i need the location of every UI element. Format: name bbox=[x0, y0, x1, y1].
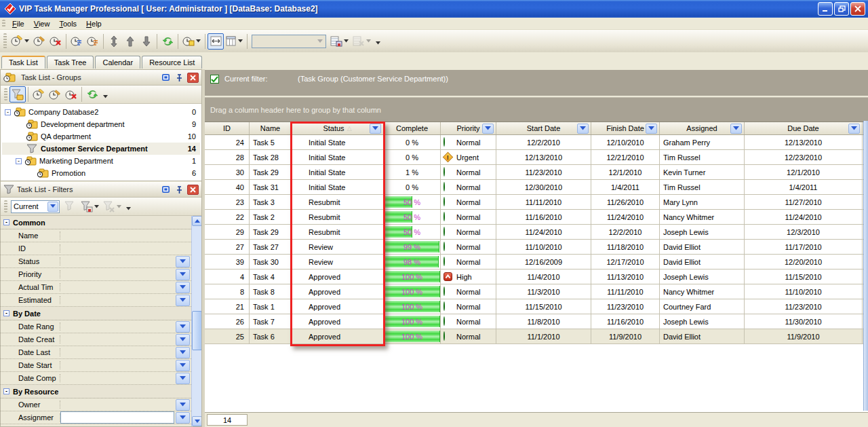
groups-toolbar-grip[interactable] bbox=[4, 88, 7, 100]
filter-row[interactable]: Date Creat bbox=[1, 333, 191, 346]
section-collapse-icon[interactable]: - bbox=[3, 388, 9, 394]
tree-item[interactable]: QA department10 bbox=[2, 130, 200, 143]
menu-grip[interactable] bbox=[2, 20, 5, 28]
filters-pin-icon[interactable] bbox=[174, 185, 185, 195]
menu-item-tools[interactable]: Tools bbox=[54, 18, 81, 29]
chevron-down-icon[interactable] bbox=[176, 256, 190, 267]
delete-group-button[interactable] bbox=[63, 86, 79, 103]
toolbar-overflow-icon[interactable] bbox=[376, 41, 380, 45]
edit-group-button[interactable] bbox=[47, 86, 63, 103]
table-row[interactable]: 39Task 30Review98 %Normal12/16/200912/17… bbox=[205, 255, 868, 270]
tab-task-list[interactable]: Task List bbox=[1, 56, 45, 69]
chevron-down-icon[interactable] bbox=[176, 334, 190, 346]
table-row[interactable]: 25Task 6Approved100 %Normal11/1/201011/9… bbox=[205, 329, 868, 344]
filter-row[interactable]: Owner bbox=[1, 398, 191, 411]
column-filter-chevron-icon[interactable] bbox=[482, 124, 494, 134]
save-layout-button[interactable] bbox=[328, 33, 351, 50]
column-header-start[interactable]: Start Date bbox=[496, 122, 591, 134]
tree-item[interactable]: -Company Database20 bbox=[2, 106, 200, 118]
section-collapse-icon[interactable]: - bbox=[3, 219, 9, 225]
chevron-down-icon[interactable] bbox=[176, 269, 190, 280]
filter-field-value[interactable] bbox=[60, 320, 174, 333]
apply-filter-button[interactable] bbox=[62, 198, 79, 215]
new-group-button[interactable] bbox=[31, 86, 47, 103]
view-options-button[interactable] bbox=[180, 33, 203, 50]
section-collapse-icon[interactable]: - bbox=[3, 310, 9, 316]
minimize-button[interactable] bbox=[818, 2, 833, 16]
filter-field-value[interactable] bbox=[60, 372, 174, 384]
group-by-drop-zone[interactable]: Drag a column header here to group by th… bbox=[205, 97, 868, 122]
chevron-down-icon[interactable] bbox=[176, 399, 190, 411]
refresh-button[interactable] bbox=[159, 33, 176, 50]
filter-field-value[interactable] bbox=[60, 346, 174, 358]
chevron-down-icon[interactable] bbox=[176, 412, 190, 424]
delete-task-button[interactable] bbox=[47, 33, 64, 50]
chevron-down-icon[interactable] bbox=[176, 347, 190, 358]
filter-field-value[interactable] bbox=[60, 333, 174, 346]
column-header-priority[interactable]: Priority bbox=[441, 122, 496, 134]
filter-field-value[interactable] bbox=[60, 398, 174, 411]
column-filter-chevron-icon[interactable] bbox=[646, 124, 657, 134]
menu-item-help[interactable]: Help bbox=[81, 18, 106, 29]
close-button[interactable] bbox=[850, 2, 865, 16]
tree-item[interactable]: -Marketing Department1 bbox=[2, 155, 200, 167]
table-row[interactable]: 28Task 28Initial State0 %!Urgent12/13/20… bbox=[205, 150, 868, 165]
chevron-down-icon[interactable] bbox=[176, 282, 190, 293]
save-filter-button[interactable] bbox=[79, 198, 101, 215]
filter-row[interactable]: Date Comp bbox=[1, 372, 191, 385]
task-notes-button[interactable] bbox=[68, 33, 85, 50]
chevron-down-icon[interactable] bbox=[176, 373, 190, 384]
filters-toolbar-grip[interactable] bbox=[4, 200, 7, 212]
scroll-up-icon[interactable] bbox=[192, 216, 201, 226]
table-row[interactable]: 30Task 29Initial State1 %Normal11/23/201… bbox=[205, 165, 868, 180]
tree-item[interactable]: Development department9 bbox=[2, 118, 200, 130]
filter-enabled-checkbox[interactable] bbox=[210, 75, 219, 83]
column-header-id[interactable]: ID bbox=[205, 122, 250, 134]
menu-item-file[interactable]: File bbox=[7, 18, 29, 29]
table-row[interactable]: 24Task 5Initial State0 %Normal12/2/20101… bbox=[205, 135, 868, 150]
filter-section-common[interactable]: -Common bbox=[1, 216, 191, 229]
filter-row[interactable]: Date Rang bbox=[1, 320, 191, 333]
column-header-assigned[interactable]: Assigned bbox=[660, 122, 745, 134]
chevron-down-icon[interactable] bbox=[176, 321, 190, 333]
table-row[interactable]: 26Task 7Approved100 %Normal11/8/201011/1… bbox=[205, 314, 868, 329]
table-row[interactable]: 23Task 3Resubmit50 %Normal11/11/201011/2… bbox=[205, 195, 868, 210]
move-up-button[interactable] bbox=[122, 33, 138, 50]
tab-calendar[interactable]: Calendar bbox=[95, 56, 140, 69]
filters-overflow-icon[interactable] bbox=[126, 207, 131, 210]
column-filter-chevron-icon[interactable] bbox=[848, 124, 860, 134]
filter-row[interactable]: Name bbox=[1, 229, 191, 242]
filter-row[interactable]: Priority bbox=[1, 268, 191, 281]
tab-resource-list[interactable]: Resource List bbox=[142, 56, 202, 69]
table-row[interactable]: 8Task 8Approved100 %Normal11/3/201011/11… bbox=[205, 284, 868, 299]
scroll-down-icon[interactable] bbox=[192, 416, 201, 426]
filter-field-value[interactable] bbox=[60, 255, 174, 267]
column-filter-chevron-icon[interactable] bbox=[577, 124, 589, 134]
filter-field-value[interactable] bbox=[60, 229, 191, 242]
table-row[interactable]: 27Task 27Review99 %Normal11/10/201011/18… bbox=[205, 240, 868, 255]
tree-collapse-icon[interactable]: - bbox=[16, 158, 22, 164]
groups-pin-icon[interactable] bbox=[174, 73, 185, 83]
filters-maximize-icon[interactable] bbox=[160, 185, 172, 195]
filter-row[interactable]: Assignmer bbox=[1, 411, 191, 424]
chevron-down-icon[interactable] bbox=[47, 202, 58, 212]
filter-field-value[interactable] bbox=[60, 294, 174, 306]
column-header-name[interactable]: Name bbox=[250, 122, 292, 134]
columns-button[interactable] bbox=[224, 33, 245, 50]
column-filter-chevron-icon[interactable] bbox=[730, 124, 742, 134]
filter-field-value[interactable] bbox=[60, 281, 174, 293]
column-header-finish[interactable]: Finish Date bbox=[591, 122, 660, 134]
filter-field-value[interactable] bbox=[60, 268, 174, 280]
filter-row[interactable]: Status bbox=[1, 255, 191, 268]
clear-filter-button[interactable] bbox=[101, 198, 123, 215]
menu-item-view[interactable]: View bbox=[29, 18, 55, 29]
chevron-down-icon[interactable] bbox=[176, 360, 190, 371]
move-up-down-button[interactable] bbox=[106, 33, 122, 50]
table-row[interactable]: 4Task 4Approved100 %High11/4/201011/13/2… bbox=[205, 270, 868, 284]
new-task-button[interactable] bbox=[9, 33, 31, 50]
filter-field-value[interactable] bbox=[60, 411, 174, 424]
layout-combobox[interactable] bbox=[252, 35, 326, 48]
column-filter-chevron-icon[interactable] bbox=[370, 124, 381, 134]
column-header-complete[interactable]: Complete bbox=[384, 122, 441, 134]
delete-layout-button[interactable] bbox=[351, 33, 373, 50]
